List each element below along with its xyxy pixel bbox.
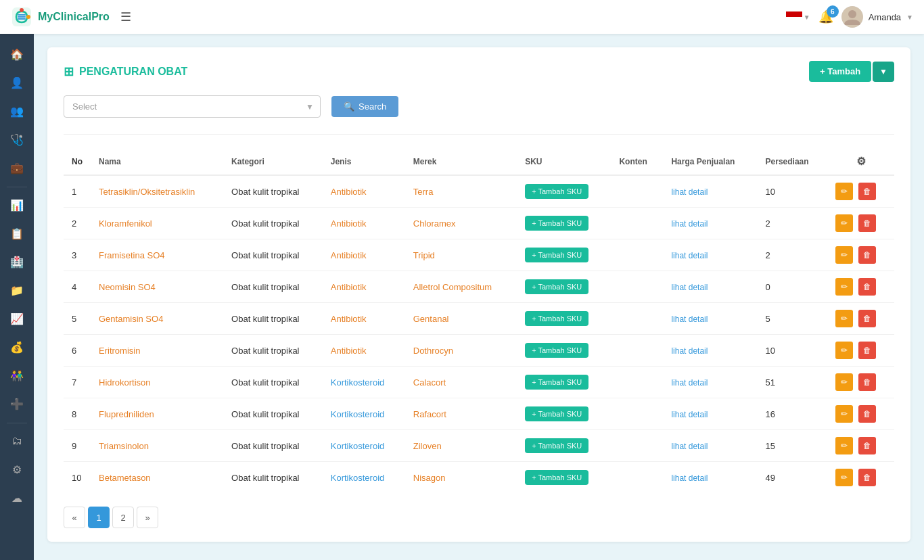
delete-button[interactable]: 🗑 — [858, 214, 876, 232]
sidebar-item-medical[interactable]: 🩺 — [3, 126, 30, 153]
cell-merek: Calacort — [405, 367, 517, 398]
cell-merek: Chloramex — [405, 208, 517, 239]
delete-button[interactable]: 🗑 — [858, 405, 876, 423]
edit-button[interactable]: ✏ — [835, 183, 853, 200]
pagination-prev[interactable]: « — [64, 507, 85, 528]
tambah-sku-button[interactable]: + Tambah SKU — [525, 311, 588, 326]
delete-button[interactable]: 🗑 — [858, 342, 876, 359]
cell-nama: Gentamisin SO4 — [91, 303, 223, 335]
cell-no: 10 — [64, 462, 91, 494]
edit-button[interactable]: ✏ — [835, 405, 853, 423]
delete-button[interactable]: 🗑 — [858, 246, 876, 264]
tambah-sku-button[interactable]: + Tambah SKU — [525, 343, 588, 358]
delete-button[interactable]: 🗑 — [858, 310, 876, 327]
delete-button[interactable]: 🗑 — [858, 469, 876, 486]
sidebar-divider-2 — [7, 423, 27, 423]
cell-persediaan: 2 — [758, 239, 828, 271]
topbar: MyClinicalPro ☰ ▼ 🔔 6 Amanda ▼ — [0, 0, 924, 34]
lihat-detail-link[interactable]: lihat detail — [671, 346, 708, 356]
sidebar-item-catalog[interactable]: 🗂 — [3, 427, 30, 454]
table-row: 2 Kloramfenikol Obat kulit tropikal Anti… — [64, 208, 894, 239]
tambah-sku-button[interactable]: + Tambah SKU — [525, 184, 588, 199]
lihat-detail-link[interactable]: lihat detail — [671, 283, 708, 292]
category-select[interactable]: Select — [64, 95, 321, 118]
add-icon: ➕ — [10, 398, 24, 411]
sidebar-item-settings[interactable]: ⚙ — [3, 456, 30, 483]
tambah-sku-button[interactable]: + Tambah SKU — [525, 216, 588, 231]
cell-sku: + Tambah SKU — [517, 271, 611, 303]
cell-sku: + Tambah SKU — [517, 208, 611, 239]
tambah-sku-button[interactable]: + Tambah SKU — [525, 406, 588, 421]
sidebar-item-users[interactable]: 👥 — [3, 97, 30, 124]
cell-no: 5 — [64, 303, 91, 335]
tambah-sku-button[interactable]: + Tambah SKU — [525, 470, 588, 485]
tambah-button[interactable]: + Tambah — [809, 61, 871, 82]
delete-button[interactable]: 🗑 — [858, 437, 876, 454]
cell-sku: + Tambah SKU — [517, 335, 611, 367]
tambah-dropdown-button[interactable]: ▼ — [873, 62, 894, 82]
app-logo[interactable]: MyClinicalPro — [11, 6, 110, 28]
cell-sku: + Tambah SKU — [517, 462, 611, 494]
notification-button[interactable]: 🔔 6 — [818, 9, 833, 24]
hamburger-button[interactable]: ☰ — [120, 9, 131, 24]
sidebar-item-home[interactable]: 🏠 — [3, 41, 30, 68]
language-selector[interactable]: ▼ — [786, 11, 810, 22]
tambah-sku-button[interactable]: + Tambah SKU — [525, 279, 588, 294]
cell-actions: ✏ 🗑 — [827, 462, 894, 494]
sidebar-item-hospital[interactable]: 🏥 — [3, 248, 30, 275]
edit-button[interactable]: ✏ — [835, 246, 853, 264]
lihat-detail-link[interactable]: lihat detail — [671, 442, 708, 451]
sidebar-item-chart[interactable]: 📊 — [3, 191, 30, 218]
pagination-page-1[interactable]: 1 — [88, 507, 110, 528]
edit-button[interactable]: ✏ — [835, 342, 853, 359]
sidebar-item-reports[interactable]: 📋 — [3, 220, 30, 247]
cell-merek: Ziloven — [405, 430, 517, 462]
sidebar-item-team[interactable]: 👫 — [3, 362, 30, 389]
sidebar-item-folder[interactable]: 📁 — [3, 277, 30, 304]
cell-jenis: Antibiotik — [323, 271, 405, 303]
cell-jenis: Antibiotik — [323, 303, 405, 335]
lihat-detail-link[interactable]: lihat detail — [671, 473, 708, 483]
delete-button[interactable]: 🗑 — [858, 278, 876, 296]
svg-point-2 — [26, 15, 30, 19]
edit-button[interactable]: ✏ — [835, 214, 853, 232]
edit-button[interactable]: ✏ — [835, 373, 853, 391]
cell-actions: ✏ 🗑 — [827, 430, 894, 462]
cell-no: 4 — [64, 271, 91, 303]
cell-kategori: Obat kulit tropikal — [223, 462, 323, 494]
user-name-label: Amanda — [869, 12, 901, 22]
edit-button[interactable]: ✏ — [835, 278, 853, 296]
delete-button[interactable]: 🗑 — [858, 183, 876, 200]
col-header-persediaan: Persediaan — [758, 148, 828, 175]
tambah-sku-button[interactable]: + Tambah SKU — [525, 248, 588, 262]
pagination-next[interactable]: » — [137, 507, 158, 528]
edit-button[interactable]: ✏ — [835, 437, 853, 454]
table-body: 1 Tetrasiklin/Oksitetrasiklin Obat kulit… — [64, 175, 894, 493]
sidebar-item-finance[interactable]: 💰 — [3, 333, 30, 360]
cell-jenis: Antibiotik — [323, 239, 405, 271]
cell-jenis: Kortikosteroid — [323, 430, 405, 462]
search-button[interactable]: 🔍 Search — [331, 96, 398, 117]
lihat-detail-link[interactable]: lihat detail — [671, 219, 708, 229]
user-menu[interactable]: Amanda ▼ — [841, 6, 913, 28]
lihat-detail-link[interactable]: lihat detail — [671, 187, 708, 197]
sidebar-item-profile[interactable]: 👤 — [3, 69, 30, 96]
delete-button[interactable]: 🗑 — [858, 373, 876, 391]
language-dropdown-arrow: ▼ — [804, 14, 810, 21]
sidebar-item-cloud[interactable]: ☁ — [3, 484, 30, 511]
lihat-detail-link[interactable]: lihat detail — [671, 251, 708, 260]
lihat-detail-link[interactable]: lihat detail — [671, 314, 708, 324]
edit-button[interactable]: ✏ — [835, 310, 853, 327]
lihat-detail-link[interactable]: lihat detail — [671, 378, 708, 388]
cell-kategori: Obat kulit tropikal — [223, 175, 323, 208]
sidebar-item-briefcase[interactable]: 💼 — [3, 154, 30, 181]
sidebar-item-add[interactable]: ➕ — [3, 390, 30, 417]
pagination-page-2[interactable]: 2 — [112, 507, 134, 528]
lihat-detail-link[interactable]: lihat detail — [671, 410, 708, 419]
sidebar-item-analytics[interactable]: 📈 — [3, 305, 30, 332]
cell-kategori: Obat kulit tropikal — [223, 208, 323, 239]
cell-jenis: Kortikosteroid — [323, 398, 405, 430]
edit-button[interactable]: ✏ — [835, 469, 853, 486]
tambah-sku-button[interactable]: + Tambah SKU — [525, 375, 588, 390]
tambah-sku-button[interactable]: + Tambah SKU — [525, 438, 588, 453]
